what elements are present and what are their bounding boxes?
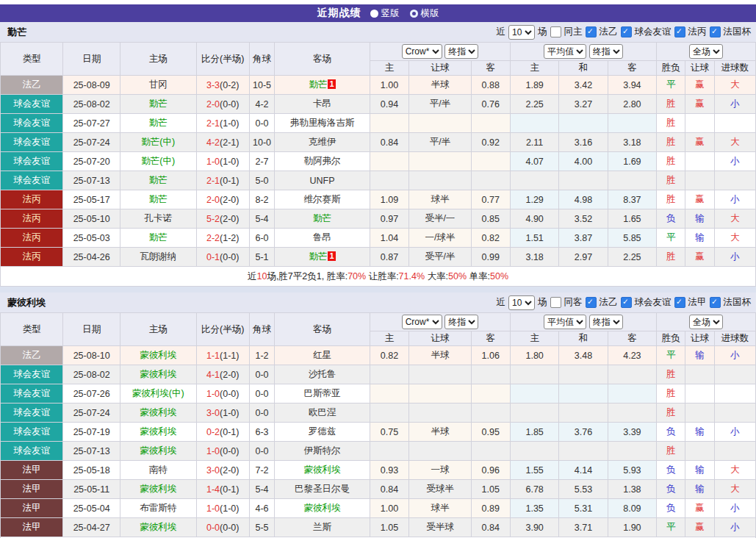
fulltime-score: 0-1 bbox=[206, 252, 220, 262]
league-badge: 法甲 bbox=[1, 480, 63, 499]
away-team: UNFP bbox=[275, 171, 370, 190]
goals-result-cell: 小 bbox=[714, 248, 755, 267]
match-date: 25-05-10 bbox=[63, 209, 120, 229]
league-checkbox-friendly[interactable] bbox=[621, 26, 632, 37]
team-name: UNFP bbox=[309, 176, 334, 186]
match-score: 5-2(2-0) bbox=[196, 209, 249, 229]
league-badge: 球会友谊 bbox=[1, 133, 63, 152]
away-team: 勤芒 bbox=[275, 209, 370, 229]
radio-horizontal-view[interactable]: 横版 bbox=[410, 7, 439, 20]
match-row: 法丙25-05-17勤芒2-0(2-0)8-2维尔赛斯1.09球半0.771.2… bbox=[1, 190, 756, 209]
home-team: 孔卡诺 bbox=[120, 209, 196, 229]
match-score: 2-0(2-0) bbox=[196, 190, 249, 209]
corner-score: 5-0 bbox=[249, 171, 274, 190]
subcol-avg-home: 主 bbox=[510, 331, 558, 346]
same-venue-checkbox[interactable] bbox=[550, 26, 561, 37]
team-name: 勤芒 bbox=[313, 213, 331, 223]
avg-draw bbox=[559, 365, 608, 384]
odds-handicap bbox=[409, 442, 471, 461]
avg-home: 2.11 bbox=[510, 133, 558, 152]
scope-select[interactable]: 全场 bbox=[689, 44, 723, 59]
avg-stage-select[interactable]: 终指 bbox=[589, 44, 623, 59]
avg-draw: 3.27 bbox=[559, 95, 608, 114]
recent-count-select[interactable]: 10 bbox=[508, 295, 535, 310]
home-team: 蒙彼利埃 bbox=[120, 480, 196, 499]
summary-segment: 大率: bbox=[425, 271, 448, 281]
odds-handicap: 球半 bbox=[409, 499, 471, 518]
team-name: 蒙彼利埃 bbox=[140, 369, 176, 379]
odds-away: 0.96 bbox=[471, 461, 510, 480]
scope-select[interactable]: 全场 bbox=[689, 315, 723, 329]
col-corner: 角球 bbox=[249, 313, 274, 346]
avg-draw: 5.31 bbox=[559, 499, 608, 518]
odds-source-select[interactable]: Crow* bbox=[402, 44, 442, 59]
halftime-score: (1-0) bbox=[220, 503, 239, 514]
section-header: 蒙彼利埃 近 10 场 同客 法乙 球会友谊 法甲 法国杯 bbox=[0, 293, 756, 312]
same-venue-checkbox[interactable] bbox=[550, 297, 561, 308]
odds-away bbox=[471, 365, 510, 384]
league-checkbox-fayi[interactable] bbox=[586, 297, 597, 308]
odds-handicap: 一/球半 bbox=[409, 229, 471, 248]
league-checkbox-fabing[interactable] bbox=[674, 26, 685, 37]
avg-away bbox=[608, 171, 656, 190]
halftime-score: (1-1) bbox=[220, 351, 239, 361]
match-date: 25-04-26 bbox=[63, 248, 120, 267]
odds-handicap: 一球 bbox=[409, 461, 471, 480]
match-date: 25-08-09 bbox=[63, 76, 120, 95]
league-checkbox-fajia[interactable] bbox=[674, 297, 685, 308]
col-away: 客场 bbox=[275, 313, 370, 346]
goals-result-cell: 小 bbox=[714, 518, 755, 537]
avg-source-select[interactable]: 平均值 bbox=[544, 315, 586, 329]
avg-source-select[interactable]: 平均值 bbox=[544, 44, 586, 59]
radio-vertical-view[interactable]: 竖版 bbox=[370, 7, 400, 20]
match-row: 法乙25-08-10蒙彼利埃1-1(1-1)1-2红星0.82半球1.061.8… bbox=[1, 346, 756, 365]
league-badge: 球会友谊 bbox=[1, 365, 63, 384]
league-badge: 球会友谊 bbox=[1, 404, 63, 423]
summary-segment: 让胜率: bbox=[366, 271, 398, 281]
odds-handicap: 平/半 bbox=[409, 133, 471, 152]
avg-home: 6.78 bbox=[510, 480, 558, 499]
league-checkbox-cup[interactable] bbox=[710, 297, 721, 308]
col-date: 日期 bbox=[63, 43, 120, 76]
result-cell: 胜 bbox=[657, 442, 685, 461]
matches-table: 类型 日期 主场 比分(半场) 角球 客场 Crow* 终指 平均值 终指 bbox=[0, 312, 756, 538]
league-label-friendly: 球会友谊 bbox=[635, 26, 672, 38]
halftime-score: (0-0) bbox=[220, 252, 239, 262]
avg-draw: 3.71 bbox=[559, 518, 608, 537]
corner-score: 1-2 bbox=[249, 346, 274, 365]
away-team: 勤芒1 bbox=[275, 76, 370, 95]
avg-away: 3.94 bbox=[608, 76, 656, 95]
subcol-handicap-result: 让球 bbox=[685, 331, 714, 346]
league-label-friendly: 球会友谊 bbox=[635, 296, 672, 309]
summary-segment: 单率: bbox=[467, 271, 490, 281]
odds-home: 0.75 bbox=[370, 423, 408, 442]
avg-stage-select[interactable]: 终指 bbox=[589, 315, 623, 329]
odds-stage-select[interactable]: 终指 bbox=[444, 315, 478, 329]
goals-result-cell: 小 bbox=[714, 190, 755, 209]
match-date: 25-08-10 bbox=[63, 346, 120, 365]
scope-header: 全场 bbox=[657, 313, 756, 331]
odds-handicap: 半球 bbox=[409, 76, 471, 95]
avg-away bbox=[608, 365, 656, 384]
league-checkbox-cup[interactable] bbox=[710, 26, 721, 37]
match-date: 25-04-27 bbox=[63, 518, 120, 537]
league-checkbox-fayi[interactable] bbox=[586, 26, 597, 37]
corner-score: 2-7 bbox=[249, 152, 274, 171]
league-checkbox-friendly[interactable] bbox=[621, 297, 632, 308]
team-name: 罗德兹 bbox=[309, 426, 336, 437]
away-team: 欧巴涅 bbox=[275, 404, 370, 423]
match-score: 0-0(0-0) bbox=[196, 518, 249, 537]
odds-source-select[interactable]: Crow* bbox=[402, 315, 442, 329]
league-badge: 法乙 bbox=[1, 346, 63, 365]
recent-count-select[interactable]: 10 bbox=[508, 25, 535, 40]
away-team: 兰斯 bbox=[275, 518, 370, 537]
odds-stage-select[interactable]: 终指 bbox=[444, 44, 478, 59]
match-row: 球会友谊25-07-24蒙彼利埃3-0(1-0)0-0欧巴涅胜 bbox=[1, 404, 756, 423]
match-score: 3-3(0-2) bbox=[196, 76, 249, 95]
home-team: 勤芒(中) bbox=[120, 152, 196, 171]
avg-draw bbox=[559, 384, 608, 404]
same-venue-label: 同客 bbox=[564, 296, 583, 309]
odds-home bbox=[370, 442, 408, 461]
filter-controls: 近 10 场 同客 法乙 球会友谊 法甲 法国杯 bbox=[496, 295, 752, 310]
odds-away: 0.92 bbox=[471, 133, 510, 152]
